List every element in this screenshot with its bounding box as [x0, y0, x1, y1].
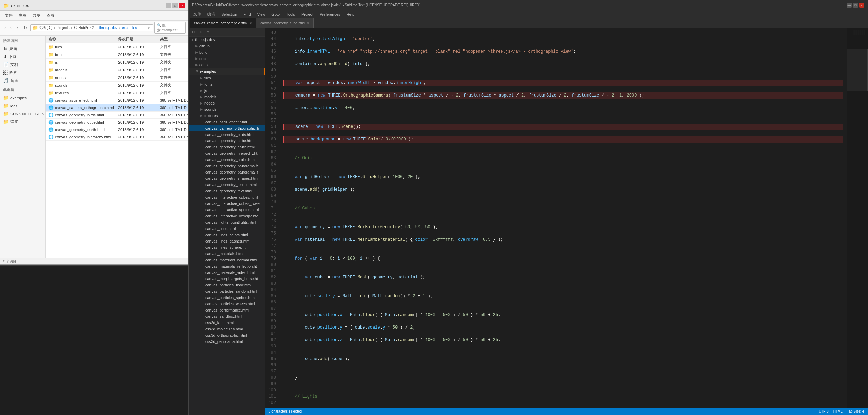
file-row-orthographic[interactable]: 🌐canvas_camera_orthographic.html 2018/9/… — [46, 104, 188, 112]
menu-tools[interactable]: Tools — [283, 11, 298, 17]
tree-item-lights[interactable]: canvas_lights_pointlights.html — [189, 219, 265, 225]
menu-preferences[interactable]: Preferences — [317, 11, 343, 17]
tree-item-models[interactable]: ▶ models — [189, 94, 265, 100]
tree-item-mat-normal[interactable]: canvas_materials_normal.html — [189, 257, 265, 263]
sublime-tab-orthographic[interactable]: canvas_camera_orthographic.html × — [190, 18, 256, 28]
menu-view[interactable]: 查看 — [44, 12, 57, 19]
minimize-button[interactable]: — — [166, 3, 171, 8]
file-row-earth[interactable]: 🌐canvas_geometry_earth.html 2018/9/12 6:… — [46, 126, 188, 133]
sublime-maximize[interactable]: □ — [853, 3, 858, 8]
tree-item-morph[interactable]: canvas_morphtargets_horse.ht — [189, 276, 265, 282]
tree-item-nodes[interactable]: ▶ nodes — [189, 100, 265, 106]
sidebar-item-examples[interactable]: 📁examples — [0, 94, 45, 102]
tree-item-geo-terrain[interactable]: canvas_geometry_terrain.html — [189, 182, 265, 188]
sidebar-item-pictures[interactable]: 🖼图片 — [0, 69, 45, 77]
tree-item-geo-panorama[interactable]: canvas_geometry_panorama.h — [189, 163, 265, 169]
file-row-hierarchy[interactable]: 🌐canvas_geometry_hierarchy.html 2018/9/1… — [46, 133, 188, 141]
tree-item-github[interactable]: ▶ github — [189, 43, 265, 49]
sidebar-item-music[interactable]: 🎵音乐 — [0, 77, 45, 85]
tree-item-textures[interactable]: ▶ textures — [189, 113, 265, 119]
menu-find[interactable]: Find — [240, 11, 253, 17]
tree-item-css3d-mol[interactable]: css3d_molecules.html — [189, 326, 265, 332]
tree-item-performance[interactable]: canvas_performance.html — [189, 307, 265, 313]
sublime-tab-cube[interactable]: canvas_geometry_cube.html × — [256, 18, 314, 28]
tree-item-geo-shapes[interactable]: canvas_geometry_shapes.html — [189, 175, 265, 182]
file-row-textures[interactable]: 📁textures 2018/9/12 6:19文件夹 — [46, 89, 188, 97]
file-row-models[interactable]: 📁models 2018/9/12 6:19文件夹 — [46, 66, 188, 74]
tree-item-lines-colors[interactable]: canvas_lines_colors.html — [189, 232, 265, 238]
tree-item-particles-waves[interactable]: canvas_particles_waves.html — [189, 301, 265, 307]
tree-item-css3d-ortho[interactable]: css3d_orthographic.html — [189, 332, 265, 338]
maximize-button[interactable]: □ — [172, 3, 178, 8]
tree-item-mat-video[interactable]: canvas_materials_video.html — [189, 269, 265, 276]
tree-item-fonts[interactable]: ▶ fonts — [189, 81, 265, 87]
menu-selection[interactable]: Selection — [218, 11, 240, 17]
sidebar-item-desktop[interactable]: 🖥桌面 — [0, 45, 45, 53]
file-row-js[interactable]: 📁js 2018/9/12 6:19文件夹 — [46, 59, 188, 66]
tree-item-geo-cube[interactable]: canvas_geometry_cube.html — [189, 138, 265, 144]
tree-item-geo-text[interactable]: canvas_geometry_text.html — [189, 188, 265, 194]
tree-item-int-voxel[interactable]: canvas_interactive_voxelpainte — [189, 213, 265, 219]
tree-item-int-cubes-tween[interactable]: canvas_interactive_cubes_twee — [189, 200, 265, 207]
tree-item-particles-random[interactable]: canvas_particles_random.html — [189, 288, 265, 294]
tree-item-sounds[interactable]: ▶ sounds — [189, 106, 265, 113]
tree-item-geo-earth[interactable]: canvas_geometry_earth.html — [189, 144, 265, 150]
tab-close-cube[interactable]: × — [307, 21, 309, 25]
sidebar-item-suns[interactable]: 📁SUNS.NETCORE.V — [0, 110, 45, 118]
address-box[interactable]: 📁 文档 (D:) › Projects › GitHubProC# › thr… — [30, 24, 153, 31]
tree-item-mat-reflection[interactable]: canvas_materials_reflection.ht — [189, 263, 265, 269]
tree-item-lines-dashed[interactable]: canvas_lines_dashed.html — [189, 238, 265, 244]
menu-help[interactable]: Help — [344, 11, 357, 17]
refresh-button[interactable]: ↻ — [22, 24, 29, 31]
tree-item-particles-floor[interactable]: canvas_particles_floor.html — [189, 282, 265, 288]
tree-item-int-sprites[interactable]: canvas_interactive_sprites.html — [189, 207, 265, 213]
menu-goto[interactable]: Goto — [269, 11, 283, 17]
tree-item-int-cubes[interactable]: canvas_interactive_cubes.html — [189, 194, 265, 200]
search-box[interactable]: 🔍 搜索"examples" — [154, 22, 186, 34]
tree-item-editor[interactable]: ▶ editor — [189, 62, 265, 68]
tree-item-build[interactable]: ▶ build — [189, 49, 265, 55]
file-row-nodes[interactable]: 📁nodes 2018/9/12 6:19文件夹 — [46, 74, 188, 82]
tree-item-examples[interactable]: ▶ examples — [189, 68, 265, 75]
tree-item-docs[interactable]: ▶ docs — [189, 55, 265, 62]
sidebar-item-documents[interactable]: 📄文档 — [0, 61, 45, 69]
menu-home[interactable]: 主页 — [16, 12, 29, 19]
file-row-ascii[interactable]: 🌐canvas_ascii_effect.html 2018/9/12 6:19… — [46, 97, 188, 104]
menu-project[interactable]: Project — [299, 11, 316, 17]
back-button[interactable]: ‹ — [2, 24, 7, 31]
tree-item-lines[interactable]: canvas_lines.html — [189, 225, 265, 232]
forward-button[interactable]: › — [9, 24, 14, 31]
tree-item-threejs-dev[interactable]: ▶ three.js-dev — [189, 37, 265, 43]
sidebar-item-logs[interactable]: 📁logs — [0, 102, 45, 110]
tree-item-geo-panorama-f[interactable]: canvas_geometry_panorama_f — [189, 169, 265, 175]
file-row-fonts[interactable]: 📁fonts 2018/9/12 6:19文件夹 — [46, 51, 188, 59]
tree-item-css3d-pano[interactable]: css3d_panorama.html — [189, 338, 265, 345]
sidebar-item-downloads[interactable]: ⬇下载 — [0, 53, 45, 61]
code-area[interactable]: 43 44 45 46 47 48 49 50 51 52 53 54 55 5… — [265, 28, 868, 408]
tree-item-js[interactable]: ▶ js — [189, 87, 265, 94]
menu-edit[interactable]: 编辑 — [205, 11, 218, 17]
tree-item-css2d[interactable]: css2d_label.html — [189, 320, 265, 326]
menu-view[interactable]: View — [254, 11, 268, 17]
file-row-birds[interactable]: 🌐canvas_geometry_birds.html 2018/9/12 6:… — [46, 112, 188, 119]
sublime-close[interactable]: × — [859, 3, 864, 8]
file-row-sounds[interactable]: 📁sounds 2018/9/12 6:19文件夹 — [46, 82, 188, 89]
tree-item-geo-hierarchy[interactable]: canvas_geometry_hierarchy.htm — [189, 150, 265, 156]
tree-item-geo-birds[interactable]: canvas_geometry_birds.html — [189, 131, 265, 138]
file-row-files[interactable]: 📁files 2018/9/12 6:19文件夹 — [46, 43, 188, 51]
tree-item-geo-nurbs[interactable]: canvas_geometry_nurbs.html — [189, 156, 265, 163]
menu-file[interactable]: 文件 — [191, 11, 204, 17]
menu-file[interactable]: 文件 — [2, 12, 15, 19]
menu-share[interactable]: 共享 — [30, 12, 43, 19]
tree-item-sandbox[interactable]: canvas_sandbox.html — [189, 313, 265, 320]
tree-item-materials[interactable]: canvas_materials.html — [189, 251, 265, 257]
tree-item-particles-sprites[interactable]: canvas_particles_sprites.html — [189, 294, 265, 301]
sidebar-item-dialog[interactable]: 📁弹窗 — [0, 118, 45, 126]
file-row-cube[interactable]: 🌐canvas_geometry_cube.html 2018/9/12 6:1… — [46, 119, 188, 126]
tree-item-ortho[interactable]: canvas_camera_orthographic.h — [189, 125, 265, 131]
tree-item-lines-sphere[interactable]: canvas_lines_sphere.html — [189, 244, 265, 251]
tree-item-files[interactable]: ▶ files — [189, 75, 265, 81]
up-button[interactable]: ↑ — [15, 24, 21, 31]
close-button[interactable]: × — [179, 3, 185, 8]
sublime-minimize[interactable]: — — [847, 3, 852, 8]
